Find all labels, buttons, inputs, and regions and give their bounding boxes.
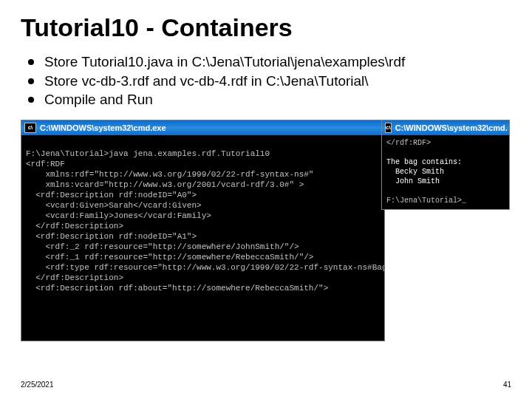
slide-title: Tutorial10 - Containers [21, 13, 511, 42]
console-line: <rdf:_1 rdf:resource="http://somewhere/R… [26, 253, 313, 262]
console-line: <vcard:Given>Sarah</vcard:Given> [26, 201, 202, 210]
cmd-window-main: c\ C:\WINDOWS\system32\cmd.exe F:\Jena\T… [21, 120, 385, 341]
console-line: </rdf:Description> [26, 273, 123, 282]
titlebar: c\ C:\WINDOWS\system32\cmd.exe [21, 120, 384, 135]
bullet-item: Store Tutorial10.java in C:\Jena\Tutoria… [28, 52, 511, 72]
console-line: <rdf:Description rdf:nodeID="A0"> [26, 191, 197, 200]
console-line: <rdf:type rdf:resource="http://www.w3.or… [26, 263, 384, 272]
console-line: </rdf:Description> [26, 222, 123, 231]
slide: Tutorial10 - Containers Store Tutorial10… [0, 0, 532, 399]
console-line: The bag contains: [386, 158, 462, 166]
console-line: xmlns:vcard="http://www.w3.org/2001/vcar… [26, 180, 304, 189]
console-line: <rdf:RDF [26, 160, 65, 168]
window-title: C:\WINDOWS\system32\cmd. [395, 123, 508, 133]
console-area: c\ C:\WINDOWS\system32\cmd.exe F:\Jena\T… [21, 120, 510, 341]
bullet-list: Store Tutorial10.java in C:\Jena\Tutoria… [21, 52, 511, 109]
console-line: <vcard:Family>Jones</vcard:Family> [26, 211, 211, 220]
cmd-window-secondary: c\ C:\WINDOWS\system32\cmd. </rdf:RDF> T… [381, 120, 510, 210]
titlebar: c\ C:\WINDOWS\system32\cmd. [382, 120, 509, 135]
console-line: xmlns:rdf="http://www.w3.org/1999/02/22-… [26, 170, 313, 179]
console-line: F:\Jena\Tutorial>_ [386, 197, 466, 205]
cmd-icon: c\ [24, 123, 36, 133]
console-body: </rdf:RDF> The bag contains: Becky Smith… [382, 135, 509, 208]
console-line: John Smith [386, 177, 440, 185]
console-line: </rdf:RDF> [386, 139, 431, 147]
console-line: <rdf:Description rdf:nodeID="A1"> [26, 232, 197, 241]
bullet-item: Compile and Run [28, 90, 511, 109]
footer-date: 2/25/2021 [21, 381, 54, 389]
console-body: F:\Jena\Tutorial>java jena.examples.rdf.… [21, 135, 384, 296]
bullet-item: Store vc-db-3.rdf and vc-db-4.rdf in C:\… [28, 72, 511, 91]
cmd-icon: c\ [385, 123, 392, 133]
window-title: C:\WINDOWS\system32\cmd.exe [40, 123, 166, 133]
footer-page: 41 [503, 381, 511, 389]
console-line: Becky Smith [386, 168, 444, 176]
console-line: <rdf:Description rdf:about="http://somew… [26, 284, 328, 293]
console-line: <rdf:_2 rdf:resource="http://somewhere/J… [26, 242, 299, 251]
console-line: F:\Jena\Tutorial>java jena.examples.rdf.… [26, 149, 270, 158]
